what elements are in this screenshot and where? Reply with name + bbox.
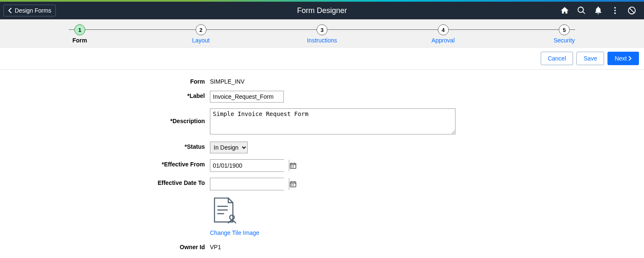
- search-icon[interactable]: [577, 6, 586, 15]
- label-owner: Owner Id: [0, 242, 210, 250]
- header-action-icons: [560, 6, 641, 15]
- label-status: *Status: [0, 142, 210, 150]
- step-approval[interactable]: 4 Approval: [427, 24, 460, 44]
- cancel-button[interactable]: Cancel: [541, 52, 573, 65]
- svg-point-22: [230, 215, 234, 220]
- change-tile-image-link[interactable]: Change Tile Image: [210, 229, 259, 236]
- row-tile-image: Change Tile Image: [0, 196, 644, 236]
- svg-rect-18: [293, 185, 293, 186]
- label-tile-empty: [0, 196, 210, 198]
- step-number: 4: [438, 24, 449, 35]
- step-security[interactable]: 5 Security: [547, 24, 581, 44]
- back-button[interactable]: Design Forms: [3, 5, 56, 16]
- action-bar: Cancel Save Next: [0, 47, 644, 70]
- chevron-left-icon: [8, 8, 12, 13]
- next-button[interactable]: Next: [607, 52, 639, 65]
- calendar-icon[interactable]: [289, 178, 297, 190]
- app-header: Design Forms Form Designer: [0, 2, 644, 19]
- step-number: 3: [317, 24, 327, 35]
- effective-from-input[interactable]: [210, 160, 289, 171]
- svg-point-2: [614, 13, 616, 14]
- label-label: *Label: [0, 91, 210, 99]
- row-description: *Description: [0, 108, 644, 136]
- step-label: Instructions: [305, 37, 339, 44]
- description-textarea[interactable]: [210, 108, 456, 134]
- chevron-right-icon: [628, 56, 632, 61]
- svg-rect-15: [291, 184, 292, 185]
- svg-rect-8: [293, 166, 293, 166]
- row-effective-from: *Effective From: [0, 159, 644, 172]
- form-designer-body: Form SIMPLE_INV *Label *Description *Sta…: [0, 70, 644, 258]
- step-label: Security: [547, 37, 581, 44]
- effective-from-date: [210, 159, 284, 172]
- row-status: *Status In Design: [0, 142, 644, 153]
- effective-to-date: [210, 178, 284, 190]
- row-owner: Owner Id VP1: [0, 242, 644, 250]
- label-form: Form: [0, 76, 210, 85]
- row-form: Form SIMPLE_INV: [0, 76, 644, 85]
- step-label: Approval: [427, 37, 460, 44]
- svg-rect-10: [293, 167, 293, 168]
- row-effective-to: Effective Date To: [0, 178, 644, 190]
- status-select[interactable]: In Design: [210, 142, 248, 153]
- home-icon[interactable]: [560, 6, 569, 15]
- step-label: Form: [63, 37, 97, 44]
- compass-icon[interactable]: [627, 6, 636, 15]
- step-form[interactable]: 1 Form: [63, 24, 97, 44]
- svg-rect-9: [291, 167, 292, 168]
- step-number: 1: [74, 24, 85, 35]
- row-label: *Label: [0, 91, 644, 103]
- svg-point-0: [614, 7, 616, 9]
- calendar-icon[interactable]: [289, 160, 297, 171]
- svg-rect-7: [291, 166, 292, 166]
- next-button-label: Next: [615, 55, 627, 62]
- bell-icon[interactable]: [594, 6, 603, 15]
- back-button-label: Design Forms: [15, 7, 51, 14]
- step-label: Layout: [184, 37, 218, 44]
- page-title: Form Designer: [297, 6, 347, 15]
- label-effective-to: Effective Date To: [0, 178, 210, 186]
- save-button[interactable]: Save: [576, 52, 604, 65]
- step-number: 5: [559, 24, 570, 35]
- label-input[interactable]: [210, 91, 284, 103]
- step-layout[interactable]: 2 Layout: [184, 24, 218, 44]
- kebab-menu-icon[interactable]: [610, 6, 620, 15]
- step-number: 2: [196, 24, 207, 35]
- step-instructions[interactable]: 3 Instructions: [305, 24, 339, 44]
- tile-image-preview: [210, 196, 259, 227]
- label-effective-from: *Effective From: [0, 159, 210, 168]
- svg-rect-16: [293, 184, 293, 185]
- svg-rect-17: [291, 185, 292, 186]
- value-owner: VP1: [210, 242, 221, 250]
- wizard-stepper: 1 Form 2 Layout 3 Instructions 4 Approva…: [0, 19, 644, 47]
- value-form: SIMPLE_INV: [210, 76, 244, 85]
- label-description: *Description: [0, 108, 210, 124]
- effective-to-input[interactable]: [210, 178, 289, 190]
- svg-point-1: [614, 10, 616, 11]
